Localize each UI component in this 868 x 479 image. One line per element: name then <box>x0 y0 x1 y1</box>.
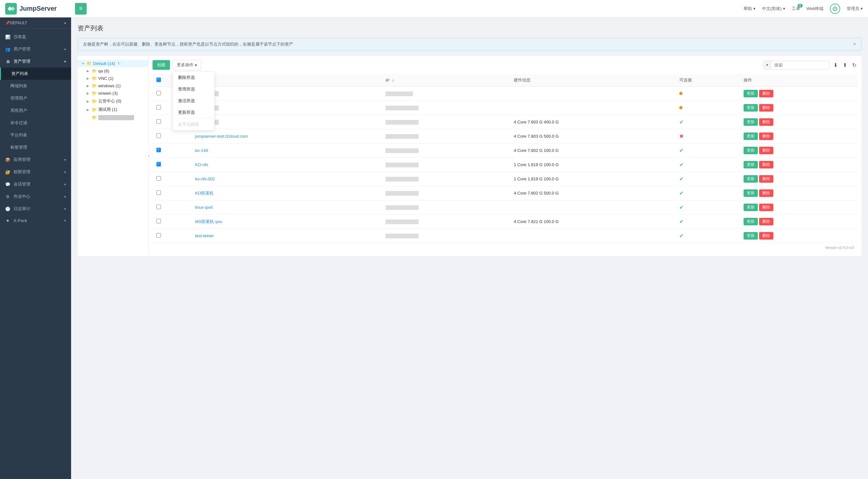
dropdown-item-delete-selected[interactable]: 删除所选 <box>173 72 214 83</box>
sidebar-group-xpack[interactable]: ★ X-Pack ▾ <box>0 215 71 226</box>
row-update-button[interactable]: 更新 <box>744 232 758 239</box>
tree-node-qa[interactable]: ▶ 📁 qa (6) <box>83 67 148 74</box>
table-row: ko-149████████████4 Core 7.802 G 100.0 G… <box>153 144 858 158</box>
tree-collapse-button[interactable]: ‹ <box>145 153 152 160</box>
row-update-button[interactable]: 更新 <box>744 175 758 183</box>
table-toolbar: 创建 更多操作 ▾ 删除所选 禁用所选 激活所选 更新所选 <box>153 60 858 70</box>
row-delete-button[interactable]: 删除 <box>759 104 773 112</box>
row-checkbox[interactable] <box>156 148 161 152</box>
row-checkbox[interactable] <box>156 219 161 223</box>
dropdown-item-activate-selected[interactable]: 激活所选 <box>173 95 214 107</box>
sidebar-item-platform-list[interactable]: 平台列表 <box>0 129 71 141</box>
dropdown-item-update-selected[interactable]: 更新所选 <box>173 107 214 118</box>
row-hostname-link[interactable]: jumpserver-test.t2cloud.com <box>195 134 248 139</box>
info-bar: 左侧是资产树，右击可以新建、删除、更改树节点，授权资产也是以节点方式组织的，右侧… <box>78 38 862 51</box>
row-delete-button[interactable]: 删除 <box>759 118 773 126</box>
row-delete-button[interactable]: 删除 <box>759 189 773 197</box>
power-button[interactable]: ⏻ <box>830 4 840 14</box>
create-button[interactable]: 创建 <box>153 60 170 70</box>
audit-log-chevron-icon: ▾ <box>64 207 66 211</box>
row-hostname-link[interactable]: ko-nfs-002 <box>195 177 215 181</box>
search-input[interactable] <box>771 61 829 69</box>
row-update-button[interactable]: 更新 <box>744 218 758 225</box>
sidebar-item-domain-list[interactable]: 网域列表 <box>0 80 71 92</box>
info-close-button[interactable]: × <box>853 41 856 47</box>
refresh-table-button[interactable]: ↻ <box>851 61 858 69</box>
row-checkbox[interactable] <box>156 233 161 238</box>
tree-node-xinwen[interactable]: ▶ 📁 xinwen (3) <box>83 90 148 97</box>
org-selector[interactable]: 📌 DEFAULT ▾ <box>0 18 71 29</box>
sidebar-toggle-button[interactable]: ≡ <box>75 3 87 14</box>
row-update-button[interactable]: 更新 <box>744 189 758 197</box>
row-checkbox[interactable] <box>156 190 161 195</box>
row-delete-button[interactable]: 删除 <box>759 90 773 97</box>
row-update-button[interactable]: 更新 <box>744 132 758 140</box>
row-delete-button[interactable]: 删除 <box>759 175 773 183</box>
sidebar-item-cmd-filter[interactable]: 命令过滤 <box>0 117 71 129</box>
help-button[interactable]: 帮助 ▾ <box>744 6 755 12</box>
sidebar-group-audit-log[interactable]: 🕐 日志审计 ▾ <box>0 203 71 215</box>
row-hostname-link[interactable]: test-telnet <box>195 233 214 238</box>
download-button[interactable]: ⬇ <box>832 61 839 69</box>
tree-node-cloud[interactable]: ▶ 📁 云管中心 (0) <box>83 97 148 106</box>
sidebar-item-label-mgmt[interactable]: 标签管理 <box>0 141 71 153</box>
row-delete-button[interactable]: 删除 <box>759 161 773 169</box>
row-update-button[interactable]: 更新 <box>744 147 758 154</box>
row-delete-button[interactable]: 删除 <box>759 132 773 140</box>
row-delete-button[interactable]: 删除 <box>759 232 773 239</box>
row-checkbox[interactable] <box>156 105 161 110</box>
table-row: ████████████████████更新删除 <box>153 101 858 115</box>
sidebar-item-asset-list[interactable]: 资产列表 <box>0 67 71 80</box>
row-hostname-link[interactable]: linux-ipv6 <box>195 205 213 210</box>
admin-button[interactable]: 管理员 ▾ <box>847 6 863 12</box>
row-update-button[interactable]: 更新 <box>744 90 758 97</box>
connectable-dot-icon <box>679 92 683 95</box>
row-hostname-link[interactable]: MS部署机-you <box>195 219 222 224</box>
sidebar-group-job-center[interactable]: ⚙ 作业中心 ▾ <box>0 190 71 203</box>
tree-node-vnc[interactable]: ▶ 📁 VNC (1) <box>83 74 148 82</box>
row-update-button[interactable]: 更新 <box>744 118 758 126</box>
folder-icon-qa: 📁 <box>92 68 97 73</box>
search-filter-button[interactable]: ▾ <box>764 61 771 69</box>
more-actions-button[interactable]: 更多操作 ▾ <box>173 60 201 70</box>
th-connectable: 可连接 <box>675 74 739 87</box>
sidebar-group-session-mgmt[interactable]: 💬 会话管理 ▾ <box>0 178 71 190</box>
sidebar-item-dashboard[interactable]: 📊 仪表盘 <box>0 31 71 43</box>
sidebar-group-app-mgmt[interactable]: 📦 应用管理 ▾ <box>0 153 71 166</box>
upload-button[interactable]: ⬆ <box>841 61 848 69</box>
user-mgmt-chevron-icon: ▾ <box>64 48 66 51</box>
tree-node-default[interactable]: ▼ 📁 Default (14) ↻ <box>78 60 148 67</box>
row-hostname-link[interactable]: KO部署机 <box>195 191 214 196</box>
dropdown-item-disable-selected[interactable]: 禁用所选 <box>173 83 214 95</box>
row-checkbox[interactable] <box>156 162 161 167</box>
row-checkbox[interactable] <box>156 133 161 138</box>
row-ip-cell: ████████████ <box>382 129 510 144</box>
tree-node-test[interactable]: ▶ 📁 测试用 (1) <box>83 106 148 114</box>
row-checkbox[interactable] <box>156 119 161 124</box>
row-update-button[interactable]: 更新 <box>744 161 758 169</box>
tree-node-windows[interactable]: ▶ 📁 windows (1) <box>83 82 148 90</box>
ip-sort-icon[interactable]: ⇅ <box>392 79 394 83</box>
row-delete-button[interactable]: 删除 <box>759 147 773 154</box>
refresh-icon[interactable]: ↻ <box>118 61 121 66</box>
row-update-button[interactable]: 更新 <box>744 104 758 112</box>
tree-node-blurred[interactable]: 📁 ████████████ <box>83 114 148 121</box>
folder-icon-blurred: 📁 <box>92 115 97 120</box>
sidebar-item-system-user[interactable]: 系统用户 <box>0 104 71 117</box>
header-checkbox[interactable] <box>156 78 161 82</box>
row-hostname-link[interactable]: KO-nfs <box>195 162 208 167</box>
lang-button[interactable]: 中文(简体) ▾ <box>762 6 785 12</box>
row-hostname-link[interactable]: ko-149 <box>195 148 208 153</box>
row-update-button[interactable]: 更新 <box>744 204 758 211</box>
row-checkbox[interactable] <box>156 176 161 181</box>
sidebar-group-user-mgmt[interactable]: 👥 用户管理 ▾ <box>0 43 71 55</box>
row-delete-button[interactable]: 删除 <box>759 204 773 211</box>
sidebar-group-asset-mgmt[interactable]: 🖥 资产管理 ▾ <box>0 55 71 67</box>
row-checkbox[interactable] <box>156 205 161 209</box>
row-checkbox[interactable] <box>156 91 161 95</box>
web-terminal-button[interactable]: Web终端 <box>807 6 824 12</box>
app-container: JumpServer ≡ 帮助 ▾ 中文(简体) ▾ 工单 4 Web终端 ⏻ … <box>0 0 868 479</box>
sidebar-item-admin-user[interactable]: 管理用户 <box>0 92 71 104</box>
sidebar-group-perm-mgmt[interactable]: 🔐 权限管理 ▾ <box>0 166 71 178</box>
row-delete-button[interactable]: 删除 <box>759 218 773 225</box>
